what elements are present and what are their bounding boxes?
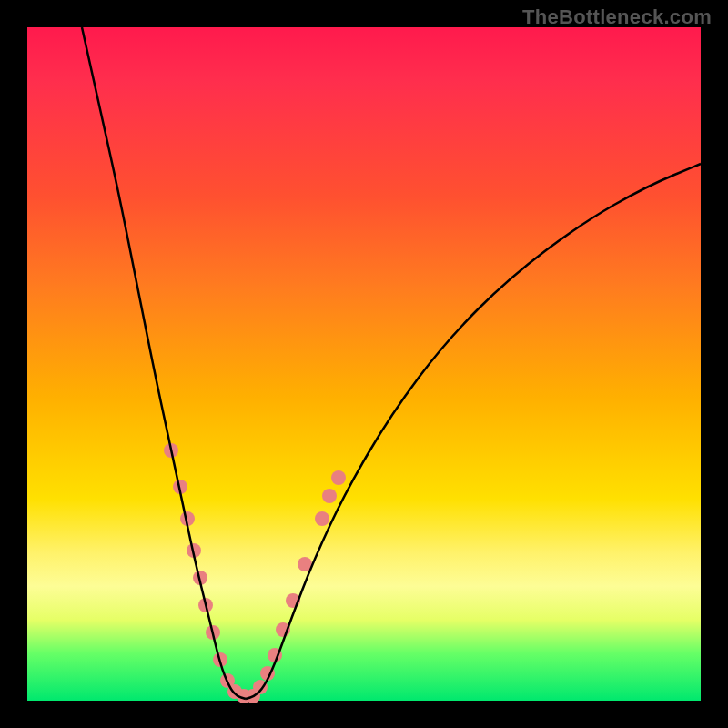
data-point-marker <box>315 511 329 526</box>
data-markers <box>164 443 346 703</box>
data-point-marker <box>331 470 346 485</box>
plot-area <box>27 27 701 701</box>
chart-frame: TheBottleneck.com <box>0 0 728 728</box>
watermark-text: TheBottleneck.com <box>522 5 712 29</box>
curve-layer <box>27 27 701 701</box>
right-curve <box>246 164 701 699</box>
left-curve <box>82 27 246 699</box>
data-point-marker <box>322 489 337 503</box>
